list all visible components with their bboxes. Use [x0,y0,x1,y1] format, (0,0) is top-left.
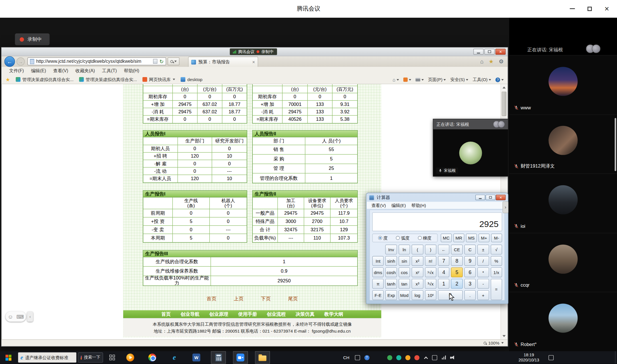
calc-button[interactable]: + [477,290,489,300]
calc-button[interactable]: Inv [385,245,397,254]
volume-icon[interactable] [449,351,457,364]
taskbar-search-box[interactable]: 搜索一下 [78,352,103,363]
calc-button[interactable]: 1/x [490,268,502,277]
calc-button[interactable]: log [412,290,423,300]
calc-button[interactable]: sin [398,256,410,266]
page-menu-button[interactable]: 页面(P) [428,77,446,83]
participant-video[interactable]: www [509,55,617,114]
calc-button[interactable]: sinh [385,256,397,266]
calc-button[interactable]: = [490,279,502,300]
calc-button[interactable]: 10ˣ [425,290,436,300]
calc-button[interactable]: Int [372,256,384,266]
calc-button[interactable]: x³ [412,279,423,289]
back-button[interactable] [4,56,15,67]
pagination-link[interactable]: 下页 [261,296,271,302]
browser-tab[interactable]: 预算：市场报告 [188,57,258,67]
participant-video[interactable]: ioi [509,174,617,233]
tools-menu-button[interactable]: 工具(O) [473,77,491,83]
sidebar-scrollbar-thumb[interactable] [615,118,616,171]
tray-help-icon[interactable] [363,351,371,364]
calc-button[interactable]: ← [438,245,450,254]
pagination-link[interactable]: 上页 [234,296,243,302]
memory-button[interactable]: MS [466,234,477,242]
calc-button[interactable]: 4 [438,268,450,277]
calc-maximize-button[interactable] [486,195,495,200]
favorites-bar-item[interactable]: 管理决策虚拟仿真综合实... [16,77,74,83]
zoom-control[interactable]: 100% [484,340,504,346]
home-menu-button[interactable] [392,77,399,83]
taskbar-calculator[interactable] [211,351,226,364]
taskbar-meeting[interactable] [233,351,248,364]
calc-button[interactable]: tanh [385,279,397,289]
favorites-bar-item[interactable]: desktop [181,77,202,82]
panel-expander[interactable] [502,201,508,213]
calc-button[interactable]: 8 [451,256,463,266]
calc-button[interactable]: π [372,279,384,289]
calc-button[interactable]: cosh [385,268,397,277]
compatibility-view-icon[interactable] [153,59,157,64]
angle-mode-radio[interactable]: 度 [378,235,388,241]
network-icon[interactable] [440,351,448,364]
participant-video[interactable]: Robert° [509,292,617,351]
calc-button[interactable]: F-E [372,290,384,300]
calc-button[interactable]: ln [398,245,410,254]
calc-button[interactable]: √ [490,245,502,254]
tab-close-icon[interactable] [252,59,255,65]
menu-item[interactable]: 帮助(H) [120,68,143,74]
calculator-menu-item[interactable]: 帮助(H) [408,202,429,208]
tray-app-icon[interactable] [404,351,412,364]
angle-mode-radio[interactable]: 弧度 [396,235,410,241]
refresh-icon[interactable] [159,59,164,64]
task-view-button[interactable] [105,351,119,364]
calc-button[interactable]: 5 [451,268,463,277]
ie-minimize-button[interactable] [473,49,484,55]
memory-button[interactable]: M- [491,234,502,242]
calc-close-button[interactable] [496,195,506,200]
pagination-link[interactable]: 尾页 [288,296,298,302]
calc-button[interactable]: 6 [464,268,476,277]
gear-icon[interactable] [499,58,504,65]
ime-indicator[interactable]: CH [342,351,351,364]
tray-message-icon[interactable] [353,351,361,364]
forward-button[interactable] [17,57,25,66]
close-button[interactable] [603,5,611,13]
site-nav-link[interactable]: 决策仿真 [296,311,314,317]
site-nav-link[interactable]: 首页 [161,311,171,317]
menu-item[interactable]: 查看(V) [50,68,72,74]
site-nav-link[interactable]: 创业原理 [209,311,228,317]
feeds-button[interactable] [403,77,411,82]
maximize-button[interactable] [586,5,594,13]
participant-video[interactable]: ccqr [509,233,617,292]
calc-button[interactable]: 7 [438,256,450,266]
taskbar-clock[interactable]: 18:19 2020/10/13 [516,352,541,363]
calc-button[interactable]: ± [477,245,489,254]
calc-button[interactable]: tan [398,279,410,289]
calculator-menu-item[interactable]: 查看(V) [369,202,389,208]
pagination-link[interactable]: 首页 [207,296,216,302]
scrollbar-thumb[interactable] [502,92,506,116]
menu-item[interactable]: 工具(T) [99,68,121,74]
taskbar-word[interactable] [189,351,204,364]
memory-button[interactable]: MR [453,234,464,242]
calc-button[interactable]: ( [412,245,423,254]
site-nav-link[interactable]: 教学大纲 [324,311,343,317]
calc-button[interactable]: CE [451,245,463,254]
angle-mode-radio[interactable]: 梯度 [418,235,431,241]
taskbar-potplayer[interactable] [123,351,138,364]
active-speaker-window[interactable]: 正在讲话: 宋福根 宋福根 [433,119,508,176]
tray-app-icon[interactable] [413,351,421,364]
calc-button[interactable]: . [464,290,476,300]
calc-button[interactable]: ) [425,245,436,254]
taskbar-chrome[interactable] [145,351,160,364]
safety-menu-button[interactable]: 安全(S) [450,77,468,83]
help-menu-button[interactable] [495,77,504,82]
calc-button[interactable]: ʸ√x [425,268,436,277]
tray-flag-icon[interactable] [430,351,438,364]
calc-button[interactable]: 3 [464,279,476,289]
calc-button[interactable]: ³√x [425,279,436,289]
participant-video[interactable]: 财管1912周泽文 [509,114,617,173]
favorites-star-icon[interactable] [489,58,494,65]
start-button[interactable] [0,351,17,364]
ime-pill[interactable] [5,311,26,322]
tray-app-icon[interactable] [386,351,394,364]
